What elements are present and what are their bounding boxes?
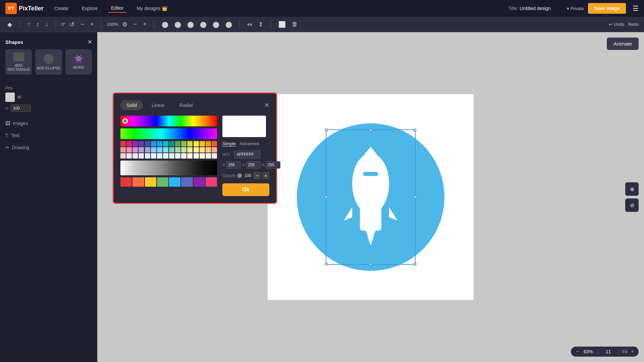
nav-editor[interactable]: Editor — [108, 4, 126, 13]
color-cell-orange-light[interactable] — [206, 147, 211, 153]
move-down-button[interactable]: ↕ — [34, 19, 41, 29]
color-cell-indigo-pale[interactable] — [145, 153, 150, 159]
swatch-indigo[interactable] — [181, 177, 193, 187]
logo[interactable]: PT PixTeller — [5, 3, 44, 14]
color-cell-teal-pale[interactable] — [169, 153, 174, 159]
animate-button[interactable]: Animate — [607, 38, 639, 50]
green-spectrum-bar[interactable] — [120, 128, 217, 139]
settings-icon-button[interactable]: ⊘ — [625, 198, 639, 212]
align-bottom-button[interactable]: ⬤ — [211, 19, 221, 29]
undo-button[interactable]: ↩ Undo — [609, 22, 624, 27]
color-cell-blue[interactable] — [151, 141, 156, 146]
distribute-button[interactable]: ⬤ — [223, 19, 234, 29]
ok-button[interactable]: Ok — [222, 183, 269, 196]
opacity-thumb[interactable] — [237, 173, 242, 178]
color-cell-deep-purple-light[interactable] — [139, 147, 144, 153]
color-cell-deep-purple[interactable] — [139, 141, 144, 146]
color-cell-green[interactable] — [175, 141, 180, 146]
color-cell-lime-light[interactable] — [187, 147, 193, 153]
handle-bottom-middle[interactable] — [369, 263, 372, 265]
color-cell-blue-light[interactable] — [151, 147, 156, 153]
rotate-reset-button[interactable]: ↺ — [67, 19, 76, 29]
sidebar-item-images[interactable]: 🖼 Images — [0, 117, 97, 129]
spectrum-cursor[interactable] — [122, 118, 128, 124]
nav-explore[interactable]: Explore — [79, 4, 100, 12]
zoom-minus-button[interactable]: − — [131, 19, 139, 29]
shapes-close-button[interactable]: ✕ — [88, 39, 92, 45]
color-cell-light-green-light[interactable] — [181, 147, 186, 153]
color-cell-amber-light[interactable] — [200, 147, 205, 153]
flip-h-button[interactable]: ⇔ — [245, 19, 254, 29]
hex-input[interactable] — [234, 150, 261, 159]
color-cell-red[interactable] — [120, 141, 126, 146]
color-cell-amber[interactable] — [200, 141, 205, 146]
opacity-increase-button[interactable]: + — [262, 172, 269, 179]
tab-solid[interactable]: Solid — [120, 100, 143, 110]
zoom-fit-button[interactable]: Fit — [622, 349, 628, 354]
color-cell-indigo[interactable] — [145, 141, 150, 146]
swatch-orange-red[interactable] — [132, 177, 144, 187]
color-cell-green-pale[interactable] — [175, 153, 180, 159]
move-up-button[interactable]: ↑ — [25, 19, 32, 29]
color-cell-indigo-light[interactable] — [145, 147, 150, 153]
align-left-button[interactable]: ⬤ — [160, 19, 170, 29]
color-preview[interactable] — [5, 93, 15, 102]
nav-mydesigns[interactable]: My designs 👑 — [134, 4, 170, 12]
color-cell-lime[interactable] — [187, 141, 193, 146]
color-cell-cyan[interactable] — [163, 141, 168, 146]
color-cell-purple[interactable] — [132, 141, 138, 146]
color-cell-deep-orange[interactable] — [212, 141, 217, 146]
handle-top-left[interactable] — [325, 129, 328, 131]
opacity-decrease-button[interactable]: − — [253, 172, 261, 179]
zoom-settings-button[interactable]: ⚙ — [120, 19, 129, 29]
swatch-purple[interactable] — [194, 177, 205, 187]
gray-gradient-bar[interactable] — [120, 161, 217, 175]
add-icon-button[interactable]: ⊕ — [625, 182, 639, 196]
color-cell-amber-pale[interactable] — [200, 153, 205, 159]
redo-button[interactable]: Redo — [628, 22, 639, 27]
zoom-decrease-button[interactable]: − — [576, 349, 579, 355]
color-cell-purple-light[interactable] — [132, 147, 138, 153]
color-cell-teal-light[interactable] — [169, 147, 174, 153]
flip-v-button[interactable]: ⇕ — [256, 19, 265, 29]
color-cell-light-blue-pale[interactable] — [157, 153, 162, 159]
advanced-tab[interactable]: Advanced — [240, 141, 259, 146]
handle-top-middle[interactable] — [369, 129, 372, 131]
color-cell-lime-pale[interactable] — [187, 153, 193, 159]
color-cell-purple-pale[interactable] — [132, 153, 138, 159]
add-frame-button[interactable]: ⬜ — [276, 19, 288, 29]
handle-bottom-left[interactable] — [325, 263, 328, 265]
color-spectrum-bar[interactable] — [120, 116, 217, 126]
simple-tab[interactable]: Simple — [222, 141, 236, 146]
color-cell-green-light[interactable] — [175, 147, 180, 153]
sidebar-item-drawing[interactable]: ✏ Drawing — [0, 141, 97, 154]
align-top-button[interactable]: ⬤ — [198, 19, 209, 29]
align-center-button[interactable]: ⬤ — [172, 19, 183, 29]
r-input[interactable] — [226, 161, 241, 169]
swatch-pink[interactable] — [206, 177, 217, 187]
add-ellipse-button[interactable]: ADD ELLIPSE — [35, 49, 62, 75]
zoom-increase-button[interactable]: + — [631, 349, 634, 355]
swatch-red[interactable] — [120, 177, 132, 187]
handle-bottom-right[interactable] — [414, 263, 416, 265]
color-cell-yellow-light[interactable] — [194, 147, 199, 153]
color-cell-deep-purple-pale[interactable] — [139, 153, 144, 159]
color-cell-blue-pale[interactable] — [151, 153, 156, 159]
color-cell-orange-pale[interactable] — [206, 153, 211, 159]
private-button[interactable]: ▾ Private — [567, 6, 584, 11]
hamburger-menu[interactable]: ☰ — [633, 4, 639, 12]
height-input[interactable] — [11, 105, 31, 112]
color-cell-red-pale[interactable] — [120, 153, 126, 159]
opacity-slider[interactable] — [238, 175, 243, 176]
add-more-button[interactable]: 👾 MORE — [65, 49, 92, 75]
swatch-yellow[interactable] — [145, 177, 156, 187]
color-picker-close[interactable]: ✕ — [264, 102, 269, 109]
sidebar-item-text[interactable]: T Text — [0, 129, 97, 141]
color-cell-deep-orange-pale[interactable] — [212, 153, 217, 159]
move-layer-button[interactable]: ↓ — [43, 19, 50, 29]
swatch-light-blue[interactable] — [169, 177, 180, 187]
color-cell-orange[interactable] — [206, 141, 211, 146]
fill-color-button[interactable]: ◆ — [5, 19, 14, 29]
color-cell-red-light[interactable] — [120, 147, 126, 153]
color-cell-pink-light[interactable] — [126, 147, 132, 153]
